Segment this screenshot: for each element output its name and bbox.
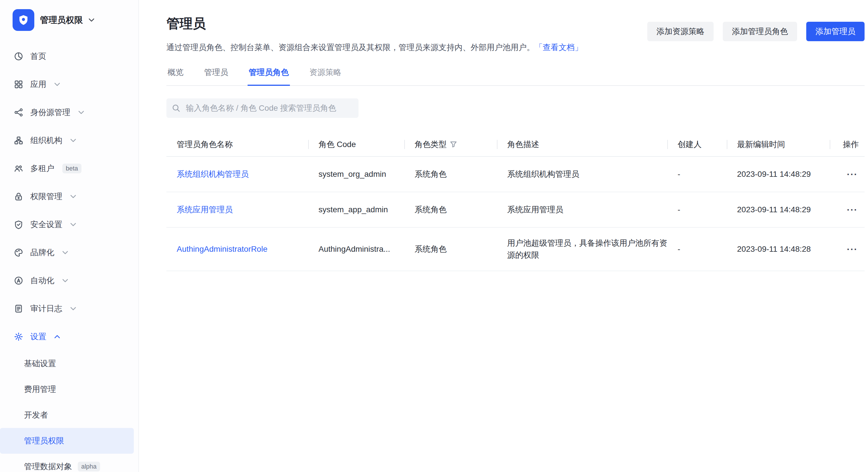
sidebar-item-label: 安全设置: [30, 219, 62, 230]
tab-admins[interactable]: 管理员: [203, 67, 229, 85]
sidebar-item-label: 多租户: [30, 163, 54, 174]
chevron-down-icon: [62, 250, 68, 255]
add-admin-role-button[interactable]: 添加管理员角色: [723, 22, 797, 41]
sidebar-subitem-billing[interactable]: 费用管理: [0, 377, 138, 402]
home-icon: [14, 52, 24, 61]
role-description: 用户池超级管理员，具备操作该用户池所有资源的权限: [507, 237, 667, 261]
sidebar-item-label: 审计日志: [30, 303, 62, 314]
role-creator: -: [667, 205, 727, 214]
role-creator: -: [667, 244, 727, 254]
role-updated: 2023-09-11 14:48:28: [727, 244, 830, 254]
shield-icon: [14, 220, 24, 229]
page-description-text: 通过管理员角色、控制台菜单、资源组合来设置管理员及其权限，管理员来源支持内、外部…: [166, 43, 535, 52]
column-header-description: 角色描述: [497, 139, 667, 150]
chevron-down-icon: [62, 278, 68, 283]
search-input[interactable]: [166, 98, 359, 118]
role-updated: 2023-09-11 14:48:29: [727, 205, 830, 214]
sidebar-subitem-admin-permissions[interactable]: 管理员权限: [0, 428, 134, 454]
role-name-link[interactable]: 系统组织机构管理员: [177, 169, 249, 180]
column-header-updated: 最新编辑时间: [727, 139, 830, 150]
role-type: 系统角色: [404, 169, 497, 180]
column-header-name: 管理员角色名称: [166, 139, 308, 150]
sidebar-item-label: 身份源管理: [30, 107, 70, 118]
role-code: system_app_admin: [308, 205, 404, 214]
role-description: 系统应用管理员: [507, 204, 563, 216]
tab-resource-policies[interactable]: 资源策略: [308, 67, 342, 85]
sidebar-item-security[interactable]: 安全设置: [0, 210, 138, 239]
row-actions-button[interactable]: ···: [846, 242, 859, 256]
role-name-link[interactable]: 系统应用管理员: [177, 204, 233, 215]
sidebar-item-org[interactable]: 组织机构: [0, 126, 138, 154]
row-actions-button[interactable]: ···: [846, 167, 859, 181]
sidebar-item-label: 组织机构: [30, 135, 62, 146]
sidebar-item-label: 应用: [30, 79, 46, 90]
tab-overview[interactable]: 概览: [166, 67, 185, 85]
chevron-down-icon: [70, 307, 76, 311]
row-actions-button[interactable]: ···: [846, 203, 859, 216]
sidebar-item-label: 品牌化: [30, 247, 54, 258]
beta-badge: beta: [62, 164, 82, 173]
admin-roles-table: 管理员角色名称 角色 Code 角色类型 角色描述 创建人 最新编辑时间 操作 …: [166, 133, 865, 271]
sidebar-item-apps[interactable]: 应用: [0, 70, 138, 98]
search-box: [166, 98, 359, 118]
automation-icon: [14, 276, 24, 286]
sidebar-subitem-label: 管理数据对象: [24, 461, 72, 472]
chevron-down-icon: [70, 195, 76, 199]
role-type: 系统角色: [404, 244, 497, 255]
table-row: AuthingAdministratorRole AuthingAdminist…: [166, 228, 865, 271]
page-description: 通过管理员角色、控制台菜单、资源组合来设置管理员及其权限，管理员来源支持内、外部…: [166, 42, 583, 53]
gear-icon: [14, 332, 24, 342]
tab-bar: 概览 管理员 管理员角色 资源策略: [166, 67, 865, 86]
alpha-badge: alpha: [78, 462, 100, 471]
table-header-row: 管理员角色名称 角色 Code 角色类型 角色描述 创建人 最新编辑时间 操作: [166, 133, 865, 157]
column-header-code: 角色 Code: [308, 139, 404, 150]
sidebar-item-label: 权限管理: [30, 191, 62, 202]
workspace-switcher[interactable]: 管理员权限: [12, 9, 129, 31]
multi-tenant-icon: [14, 164, 24, 173]
org-structure-icon: [14, 136, 24, 145]
chevron-up-icon: [54, 335, 60, 339]
chevron-down-icon: [89, 18, 94, 22]
role-name-link[interactable]: AuthingAdministratorRole: [177, 244, 268, 254]
role-description: 系统组织机构管理员: [507, 168, 579, 180]
search-icon: [172, 104, 180, 112]
sidebar-item-home[interactable]: 首页: [0, 42, 138, 70]
sidebar-subitem-label: 开发者: [24, 410, 48, 420]
sidebar-subitem-developer[interactable]: 开发者: [0, 402, 138, 428]
chevron-down-icon: [70, 223, 76, 227]
view-docs-link[interactable]: 「查看文档」: [535, 43, 583, 52]
sidebar-item-audit-log[interactable]: 审计日志: [0, 295, 138, 323]
sidebar-subitem-managed-data-objects[interactable]: 管理数据对象 alpha: [0, 454, 138, 472]
sidebar-item-identity[interactable]: 身份源管理: [0, 98, 138, 126]
page-title: 管理员: [166, 15, 583, 33]
add-resource-policy-button[interactable]: 添加资源策略: [647, 22, 714, 41]
column-header-creator: 创建人: [667, 139, 727, 150]
table-row: 系统组织机构管理员 system_org_admin 系统角色 系统组织机构管理…: [166, 157, 865, 192]
role-code: AuthingAdministra...: [308, 244, 404, 254]
sidebar: 管理员权限 首页 应用 身份源管理 组织机构 多租户 beta: [0, 0, 139, 472]
palette-icon: [14, 248, 24, 258]
role-creator: -: [667, 170, 727, 179]
sidebar-item-branding[interactable]: 品牌化: [0, 239, 138, 267]
sidebar-item-tenant[interactable]: 多租户 beta: [0, 154, 138, 182]
add-admin-button[interactable]: 添加管理员: [806, 22, 865, 41]
sidebar-item-settings[interactable]: 设置: [0, 323, 138, 351]
sidebar-item-label: 首页: [30, 51, 46, 62]
filter-icon[interactable]: [450, 141, 457, 148]
audit-log-icon: [14, 304, 24, 314]
column-header-type: 角色类型: [404, 139, 497, 150]
sidebar-item-permissions[interactable]: 权限管理: [0, 182, 138, 210]
sidebar-subitem-basic-settings[interactable]: 基础设置: [0, 351, 138, 377]
table-row: 系统应用管理员 system_app_admin 系统角色 系统应用管理员 - …: [166, 192, 865, 228]
role-type: 系统角色: [404, 204, 497, 215]
tab-admin-roles[interactable]: 管理员角色: [248, 67, 290, 85]
workspace-name: 管理员权限: [40, 14, 83, 26]
main-content: 管理员 通过管理员角色、控制台菜单、资源组合来设置管理员及其权限，管理员来源支持…: [139, 0, 868, 294]
chevron-down-icon: [78, 111, 84, 114]
column-header-actions: 操作: [830, 139, 865, 150]
sidebar-item-label: 设置: [30, 331, 46, 342]
sidebar-item-label: 自动化: [30, 275, 54, 286]
sidebar-item-automation[interactable]: 自动化: [0, 267, 138, 295]
sidebar-subitem-label: 管理员权限: [24, 435, 64, 446]
role-code: system_org_admin: [308, 170, 404, 179]
